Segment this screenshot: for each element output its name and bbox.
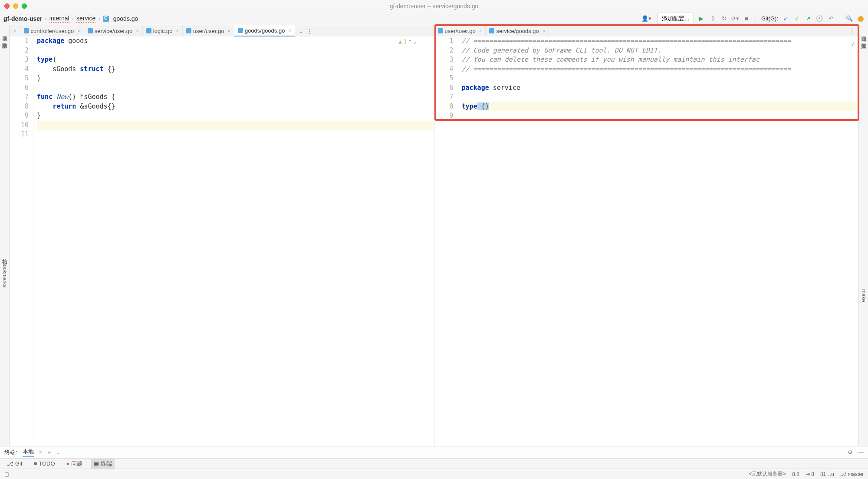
chevron-down-icon[interactable]: ⌄ <box>299 28 303 34</box>
separator <box>840 15 840 23</box>
tab-label: user/user.go <box>193 28 224 34</box>
ide-settings-icon[interactable]: ⬤ <box>857 15 865 23</box>
sidebar-tab-structure[interactable]: 结构 <box>1 251 8 258</box>
window-title: gf-demo-user – service/goods.go <box>390 3 479 10</box>
close-icon[interactable]: × <box>39 449 43 456</box>
debug-icon[interactable]: ⧛ <box>709 15 717 23</box>
chevron-up-icon[interactable]: ⌃ <box>408 37 411 47</box>
breadcrumb: gf-demo-user › internal › service › good… <box>3 15 641 23</box>
go-file-icon <box>103 16 109 22</box>
minimize-icon[interactable]: — <box>858 449 864 456</box>
sidebar-tab-make[interactable]: make <box>861 286 867 305</box>
status-encoding[interactable]: 81…u <box>820 471 834 477</box>
tab-label: user/user.go <box>445 28 476 34</box>
gutter-left: 1234567891011 <box>10 36 33 446</box>
warning-count: 1 <box>404 37 407 47</box>
toolwindow-todo[interactable]: ≡TODO <box>31 459 58 468</box>
more-horiz-icon[interactable]: ⋮ <box>307 28 312 34</box>
sidebar-tab-project[interactable]: 项目 <box>1 29 8 36</box>
error-icon: ● <box>66 460 70 467</box>
close-window-icon[interactable] <box>4 3 10 9</box>
sidebar-tab-database[interactable]: 数据库 <box>860 36 867 43</box>
status-branch[interactable]: ⎇ master <box>840 471 864 477</box>
status-bar: ▢ <无默认服务器> 8:8 ⇥ 8 81…u ⎇ master <box>0 469 868 479</box>
status-server[interactable]: <无默认服务器> <box>749 470 786 478</box>
inspection-badge[interactable]: ▲1 ⌃ ⌄ <box>399 37 417 47</box>
stop-icon[interactable]: ■ <box>743 15 750 23</box>
toolwindow-problems[interactable]: ●问题 <box>64 459 85 469</box>
toolwindow-git[interactable]: ⎇Git <box>4 459 25 468</box>
close-icon[interactable]: × <box>542 28 545 33</box>
tab-close-prev[interactable]: × <box>10 25 20 36</box>
chevron-right-icon: › <box>98 15 100 22</box>
breadcrumb-internal[interactable]: internal <box>49 15 69 23</box>
tab-label: logic.go <box>153 28 173 34</box>
terminal-tab-local[interactable]: 本地 <box>23 448 34 457</box>
gear-icon[interactable]: ⚙ <box>848 449 853 456</box>
go-file-icon <box>88 28 93 33</box>
tab-goods-goods[interactable]: goods/goods.go× <box>234 25 295 36</box>
rollback-icon[interactable]: ↶ <box>827 15 835 23</box>
branch-icon: ⎇ <box>7 460 13 467</box>
go-file-icon <box>24 28 29 33</box>
close-icon[interactable]: × <box>288 28 291 33</box>
git-update-icon[interactable]: ↙ <box>782 15 789 23</box>
chevron-down-icon[interactable]: ⌄ <box>413 37 416 47</box>
git-label: Git(G): <box>761 15 778 22</box>
tab-label: controller/user.go <box>31 28 74 34</box>
add-terminal-icon[interactable]: + <box>47 449 51 456</box>
close-icon[interactable]: × <box>77 28 80 33</box>
breadcrumb-file[interactable]: goods.go <box>113 15 138 22</box>
tab-label: goods/goods.go <box>245 27 285 34</box>
user-dropdown-icon[interactable]: 👤▾ <box>641 15 654 23</box>
maximize-window-icon[interactable] <box>22 3 27 9</box>
warning-icon: ▲ <box>399 37 402 47</box>
editor-split-right: user/user.go× service/goods.go× ⋮ 123456… <box>434 25 859 446</box>
more-horiz-icon[interactable]: ⋮ <box>849 28 855 34</box>
editor-left-code[interactable]: package goods type( sGoods struct {} ) f… <box>33 36 434 446</box>
status-indent[interactable]: ⇥ 8 <box>806 471 814 477</box>
right-tool-sidebar: 通知 数据库 make <box>858 25 868 446</box>
go-file-icon <box>238 28 243 33</box>
go-file-icon <box>438 28 443 33</box>
sidebar-tab-notifications[interactable]: 通知 <box>860 29 867 36</box>
git-commit-icon[interactable]: ✓ <box>793 15 801 23</box>
minimize-window-icon[interactable] <box>13 3 18 9</box>
status-overlay-icon[interactable]: ▢ <box>4 471 9 477</box>
go-file-icon <box>146 28 151 33</box>
sidebar-tab-bookmarks[interactable]: Bookmarks <box>2 258 8 291</box>
terminal-tabbar: 终端: 本地 × + ⌄ ⚙ — <box>0 446 868 458</box>
close-icon[interactable]: × <box>227 28 230 33</box>
run-icon[interactable]: ▶ <box>697 15 705 23</box>
toolwindow-terminal[interactable]: ▣终端 <box>91 459 115 469</box>
coverage-icon[interactable]: ↻ <box>720 15 728 23</box>
tab-user-user[interactable]: user/user.go× <box>183 25 234 36</box>
tab-controller-user[interactable]: controller/user.go× <box>20 25 84 36</box>
editor-right-code[interactable]: // =====================================… <box>458 36 859 446</box>
tab-service-user[interactable]: service/user.go× <box>84 25 143 36</box>
breadcrumb-root[interactable]: gf-demo-user <box>3 15 42 22</box>
add-config-button[interactable]: 添加配置... <box>657 13 694 25</box>
go-file-icon <box>186 28 191 33</box>
breadcrumb-service[interactable]: service <box>76 15 95 23</box>
chevron-down-icon[interactable]: ⌄ <box>56 449 61 456</box>
close-icon[interactable]: × <box>136 28 138 33</box>
git-push-icon[interactable]: ↗ <box>804 15 812 23</box>
tab-right-user-user[interactable]: user/user.go× <box>434 25 486 36</box>
history-icon[interactable]: 🕘 <box>815 15 823 23</box>
ok-check-icon: ✓ <box>851 40 855 50</box>
close-icon[interactable]: × <box>479 28 482 33</box>
terminal-label: 终端: <box>4 449 17 456</box>
separator <box>756 15 756 23</box>
gutter-right: 123456789 <box>434 36 458 446</box>
editor-split-left: × controller/user.go× service/user.go× l… <box>10 25 434 446</box>
bottom-toolwindow-bar: ⎇Git ≡TODO ●问题 ▣终端 <box>0 458 868 469</box>
status-caret-pos[interactable]: 8:8 <box>792 471 799 477</box>
profile-icon[interactable]: ⟳▾ <box>731 15 739 23</box>
tab-logic[interactable]: logic.go× <box>143 25 183 36</box>
tab-right-service-goods[interactable]: service/goods.go× <box>486 25 549 36</box>
close-icon[interactable]: × <box>176 28 178 33</box>
tab-label: service/user.go <box>95 28 132 34</box>
sidebar-tab-pullrequests[interactable]: 拉取请求 <box>1 36 8 43</box>
search-icon[interactable]: 🔍 <box>845 15 853 23</box>
